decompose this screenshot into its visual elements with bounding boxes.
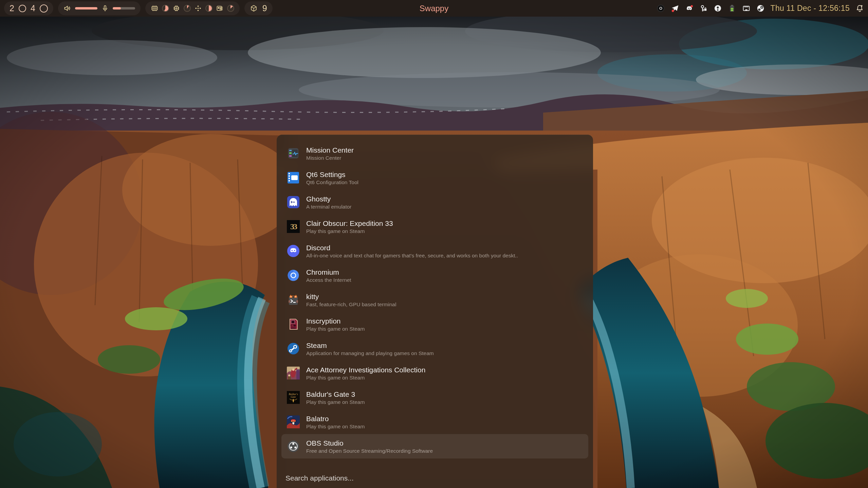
app-row-discord[interactable]: Discord All-in-one voice and text chat f…	[281, 239, 588, 263]
updates-count: 9	[262, 4, 267, 13]
app-description: A terminal emulator	[306, 203, 352, 210]
app-description: Fast, feature-rich, GPU based terminal	[306, 301, 396, 308]
telegram-tray-icon[interactable]	[671, 4, 679, 13]
app-name: Ghostty	[306, 194, 352, 203]
cpu-usage-pie[interactable]	[184, 5, 191, 12]
audio-widget	[58, 1, 141, 15]
qt6-settings-icon	[287, 171, 300, 184]
app-launcher-panel: Mission Center Mission Center Qt6 Settin…	[277, 135, 593, 488]
app-row-chromium[interactable]: Chromium Access the Internet	[281, 263, 588, 288]
discord-icon	[287, 245, 300, 257]
app-description: Qt6 Configuration Tool	[306, 179, 358, 186]
app-row-obs-studio[interactable]: OBS Studio Free and Open Source Streamin…	[281, 434, 588, 458]
clair-obscur-33-icon: 33	[287, 220, 300, 233]
chromium-icon	[287, 269, 300, 282]
ace-attorney-icon	[287, 367, 300, 379]
gamepad-usage-pie[interactable]	[205, 5, 213, 12]
focused-window-title: Swappy	[420, 0, 448, 17]
volume-slider[interactable]	[75, 7, 97, 9]
battery-tray-icon[interactable]	[728, 4, 736, 13]
app-name: Ace Attorney Investigations Collection	[306, 365, 425, 374]
app-name: kitty	[306, 292, 396, 301]
app-description: Application for managing and playing gam…	[306, 350, 434, 357]
app-row-clair-obscur[interactable]: 33 Clair Obscur: Expedition 33 Play this…	[281, 214, 588, 239]
mission-center-icon	[287, 147, 300, 160]
search-input[interactable]	[285, 474, 578, 483]
top-bar-right: Thu 11 Dec - 12:56:15	[657, 4, 864, 13]
app-name: Qt6 Settings	[306, 170, 358, 179]
app-name: Discord	[306, 243, 518, 252]
app-description: Access the Internet	[306, 277, 351, 284]
app-name: OBS Studio	[306, 438, 433, 448]
steam-icon	[287, 342, 300, 355]
ram-icon	[151, 4, 159, 12]
app-description: Mission Center	[306, 155, 354, 161]
app-name: Steam	[306, 341, 434, 350]
app-name: Inscryption	[306, 316, 365, 326]
app-name: Chromium	[306, 268, 351, 277]
workspaces-widget[interactable]: 2 4	[4, 1, 53, 15]
inscryption-icon	[287, 318, 300, 331]
app-name: Balatro	[306, 414, 365, 423]
top-bar: 2 4	[0, 0, 868, 17]
app-description: Play this game on Steam	[306, 228, 393, 235]
app-description: Play this game on Steam	[306, 423, 365, 430]
speaker-icon	[63, 4, 71, 12]
ghostty-icon	[287, 196, 300, 209]
app-row-mission-center[interactable]: Mission Center Mission Center	[281, 141, 588, 165]
workspace-4[interactable]: 4	[31, 4, 35, 13]
gpu-card-icon	[216, 4, 224, 12]
ethernet-tray-icon[interactable]	[742, 4, 751, 13]
key-tray-icon[interactable]	[699, 4, 708, 13]
balatro-icon	[287, 415, 300, 428]
app-description: All-in-one voice and text chat for gamer…	[306, 252, 518, 259]
updates-widget[interactable]: 9	[244, 1, 273, 15]
baldurs-gate-3-icon: Baldur's Gate	[287, 391, 300, 404]
app-row-balatro[interactable]: Balatro Play this game on Steam	[281, 410, 588, 434]
app-row-kitty[interactable]: kitty Fast, feature-rich, GPU based term…	[281, 288, 588, 312]
app-name: Mission Center	[306, 145, 354, 155]
workspace-2[interactable]: 2	[10, 4, 14, 13]
ram-usage-pie[interactable]	[162, 5, 169, 12]
obs-studio-icon	[287, 440, 300, 453]
workspace-indicator-circle[interactable]	[40, 4, 48, 13]
clock[interactable]: Thu 11 Dec - 12:56:15	[771, 4, 850, 13]
svg-text:Gate: Gate	[291, 395, 296, 398]
app-description: Play this game on Steam	[306, 326, 365, 332]
app-row-qt6-settings[interactable]: Qt6 Settings Qt6 Configuration Tool	[281, 165, 588, 190]
steelseries-tray-icon[interactable]	[657, 4, 665, 13]
app-row-ghostty[interactable]: Ghostty A terminal emulator	[281, 190, 588, 214]
microphone-icon	[101, 4, 109, 12]
cpu-icon	[172, 4, 180, 12]
kitty-icon	[287, 293, 300, 306]
workspace-indicator-circle[interactable]	[19, 5, 26, 12]
app-row-inscryption[interactable]: Inscryption Play this game on Steam	[281, 312, 588, 336]
steam-tray-icon[interactable]	[756, 4, 765, 13]
package-icon	[250, 4, 258, 12]
system-monitor-widget	[145, 1, 240, 15]
gpu-usage-pie[interactable]	[227, 5, 234, 12]
app-description: Play this game on Steam	[306, 399, 365, 406]
app-name: Clair Obscur: Expedition 33	[306, 219, 393, 228]
mic-slider[interactable]	[113, 7, 135, 9]
app-row-ace-attorney[interactable]: Ace Attorney Investigations Collection P…	[281, 361, 588, 385]
app-row-steam[interactable]: Steam Application for managing and playi…	[281, 336, 588, 361]
app-description: Play this game on Steam	[306, 374, 425, 381]
svg-text:33: 33	[290, 222, 297, 231]
gamepad-icon	[194, 4, 202, 12]
discord-tray-icon[interactable]	[685, 4, 694, 13]
top-bar-left: 2 4	[4, 1, 273, 15]
app-name: Baldur's Gate 3	[306, 390, 365, 399]
app-description: Free and Open Source Streaming/Recording…	[306, 448, 433, 454]
app-row-baldurs-gate-3[interactable]: Baldur's Gate Baldur's Gate 3 Play this …	[281, 385, 588, 410]
keepassxc-tray-icon[interactable]	[714, 4, 722, 13]
notifications-bell-icon[interactable]	[855, 4, 864, 13]
